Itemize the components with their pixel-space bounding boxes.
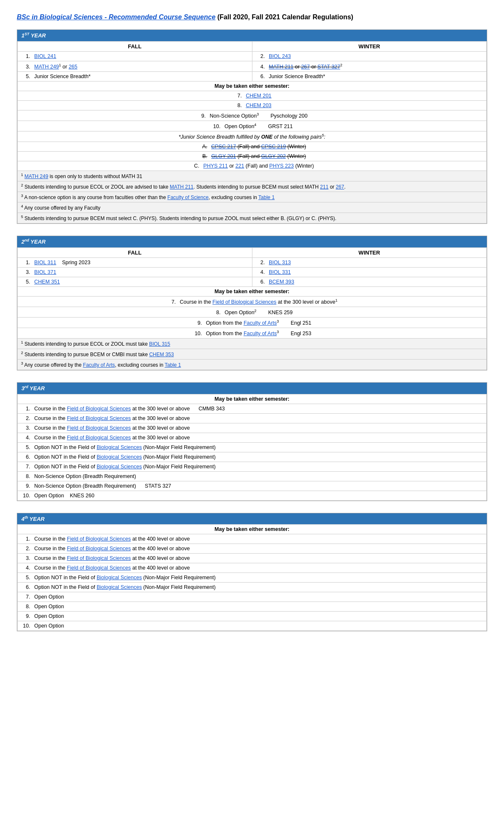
table-row: 7. Option NOT in the Field of Biological… bbox=[18, 462, 487, 471]
year1-fall-header: FALL bbox=[18, 41, 252, 51]
table-row: 7. CHEM 201 bbox=[18, 91, 487, 100]
page-title: BSc in Biological Sciences - Recommended… bbox=[17, 13, 487, 22]
chem201-link[interactable]: CHEM 201 bbox=[246, 93, 271, 99]
fbs-y3-3-link[interactable]: Field of Biological Sciences bbox=[67, 425, 131, 431]
footnote-1: 1 MATH 249 is open only to students with… bbox=[18, 171, 487, 181]
phys223-link[interactable]: PHYS 223 bbox=[269, 163, 294, 169]
either-semester-row: May be taken either semester: bbox=[18, 524, 487, 534]
either-semester-row: May be taken either semester: bbox=[18, 286, 487, 296]
table-row: 4. Course in the Field of Biological Sci… bbox=[18, 563, 487, 573]
year4-header: 4th YEAR bbox=[17, 513, 487, 524]
table-row: 8. Open Option2 KNES 259 bbox=[18, 307, 487, 317]
table-row: 6. Option NOT in the Field of Biological… bbox=[18, 582, 487, 592]
math267-link[interactable]: 267 bbox=[301, 64, 310, 70]
year4-block: 4th YEAR May be taken either semester: 1… bbox=[17, 513, 487, 631]
table-row: 4. Course in the Field of Biological Sci… bbox=[18, 433, 487, 442]
fbs-y3-5-link[interactable]: Biological Sciences bbox=[97, 444, 142, 450]
year1-winter-header: WINTER bbox=[252, 41, 487, 51]
table-row: 10. Open Option4 GRST 211 bbox=[18, 121, 487, 131]
fbs-y4-6-link[interactable]: Biological Sciences bbox=[97, 584, 142, 590]
either-semester-row: May be taken either semester: bbox=[18, 81, 487, 91]
table-row: 5. Junior Science Breadth* 6. Junior Sci… bbox=[18, 71, 487, 81]
table1-link[interactable]: Table 1 bbox=[258, 194, 275, 200]
year2-fall-header: FALL bbox=[18, 247, 252, 257]
year1-header: 1ST YEAR bbox=[17, 30, 487, 41]
math249-fn-link[interactable]: MATH 249 bbox=[24, 173, 48, 179]
phys211-link[interactable]: PHYS 211 bbox=[203, 163, 228, 169]
table-row: 9. Option from the Faculty of Arts3 Engl… bbox=[18, 317, 487, 328]
faculty-arts-fn-link[interactable]: Faculty of Arts bbox=[83, 362, 115, 368]
chem353-link[interactable]: CHEM 353 bbox=[149, 352, 174, 357]
table-row: 9. Non-Science Option (Breadth Requireme… bbox=[18, 481, 487, 491]
math211b-fn-link[interactable]: 211 bbox=[320, 184, 328, 190]
cpsc219-link[interactable]: CPSC 219 bbox=[261, 144, 286, 150]
phys221-link[interactable]: 221 bbox=[236, 163, 244, 169]
faculty-science-link[interactable]: Faculty of Science bbox=[168, 194, 209, 200]
title-link[interactable]: BSc in Biological Sciences - Recommended… bbox=[17, 13, 215, 21]
table-row: 3. Course in the Field of Biological Sci… bbox=[18, 423, 487, 433]
table-row: 8. CHEM 203 bbox=[18, 100, 487, 110]
table-row: 5. Option NOT in the Field of Biological… bbox=[18, 442, 487, 452]
bcem393-link[interactable]: BCEM 393 bbox=[269, 279, 294, 285]
fbs-y3-1-link[interactable]: Field of Biological Sciences bbox=[67, 406, 131, 412]
year2-header: 2nd YEAR bbox=[17, 236, 487, 247]
footnote-4: 4 Any course offered by any Faculty bbox=[18, 202, 487, 213]
table-row: 7. Course in the Field of Biological Sci… bbox=[18, 296, 487, 307]
fbs-y4-4-link[interactable]: Field of Biological Sciences bbox=[67, 565, 131, 571]
fbs-y3-7-link[interactable]: Biological Sciences bbox=[97, 464, 142, 470]
breadth-pair-b: B. GLGY 201 (Fall) and GLGY 202 (Winter) bbox=[18, 152, 487, 161]
table-row: 9. Non-Science Option3 Pyschology 200 bbox=[18, 110, 487, 121]
biol311-link[interactable]: BIOL 311 bbox=[34, 260, 56, 265]
fbs-y3-6-link[interactable]: Biological Sciences bbox=[97, 454, 142, 460]
fbs-y4-2-link[interactable]: Field of Biological Sciences bbox=[67, 546, 131, 552]
fbs-y4-3-link[interactable]: Field of Biological Sciences bbox=[67, 555, 131, 561]
biol241-link[interactable]: BIOL 241 bbox=[34, 53, 56, 59]
cpsc217-link[interactable]: CPSC 217 bbox=[211, 144, 236, 150]
table-row: 5. Option NOT in the Field of Biological… bbox=[18, 573, 487, 582]
table-row: 3. Course in the Field of Biological Sci… bbox=[18, 553, 487, 563]
table-row: 10. Open Option bbox=[18, 621, 487, 630]
biol371-link[interactable]: BIOL 371 bbox=[34, 269, 56, 275]
biol313-link[interactable]: BIOL 313 bbox=[269, 260, 291, 265]
math211-fn-link[interactable]: MATH 211 bbox=[170, 184, 193, 190]
fbs-y4-1-link[interactable]: Field of Biological Sciences bbox=[67, 536, 131, 542]
footnote-3: 3 A non-science option is any course fro… bbox=[18, 192, 487, 202]
year3-block: 3rd YEAR May be taken either semester: 1… bbox=[17, 382, 487, 501]
biol331-link[interactable]: BIOL 331 bbox=[269, 269, 291, 275]
year1-block: 1ST YEAR FALL WINTER 1. BIOL 241 2. BIOL… bbox=[17, 29, 487, 224]
either-semester-row: May be taken either semester: bbox=[18, 394, 487, 404]
faculty-arts-10-link[interactable]: Faculty of Arts bbox=[244, 331, 277, 336]
table-row: 1. Course in the Field of Biological Sci… bbox=[18, 534, 487, 544]
fbs-y4-5-link[interactable]: Biological Sciences bbox=[97, 575, 142, 580]
footnote-2: 2 Students intending to pursue ECOL or Z… bbox=[18, 181, 487, 192]
year2-block: 2nd YEAR FALL WINTER 1. BIOL 311 Spring … bbox=[17, 236, 487, 370]
math249-link[interactable]: MATH 249 bbox=[34, 64, 59, 70]
math265-link[interactable]: 265 bbox=[68, 64, 77, 70]
table-row: 2. Course in the Field of Biological Sci… bbox=[18, 413, 487, 423]
breadth-pair-c: C. PHYS 211 or 221 (Fall) and PHYS 223 (… bbox=[18, 161, 487, 171]
table-row: 2. Course in the Field of Biological Sci… bbox=[18, 544, 487, 553]
table-row: 6. Option NOT in the Field of Biological… bbox=[18, 452, 487, 462]
field-bio-sci-7-link[interactable]: Field of Biological Sciences bbox=[213, 299, 276, 305]
glgy202-link[interactable]: GLGY 202 bbox=[261, 153, 286, 159]
table-row: 7. Open Option bbox=[18, 592, 487, 601]
faculty-arts-9-link[interactable]: Faculty of Arts bbox=[244, 320, 277, 326]
year2-footnote-2: 2 Students intending to pursue BCEM or C… bbox=[18, 349, 487, 360]
table-row: 10. Open Option KNES 260 bbox=[18, 491, 487, 500]
table-row: 3. BIOL 371 4. BIOL 331 bbox=[18, 267, 487, 277]
math267-fn-link[interactable]: 267 bbox=[336, 184, 344, 190]
table-row: 1. Course in the Field of Biological Sci… bbox=[18, 404, 487, 413]
table-row: 10. Option from the Faculty of Arts3 Eng… bbox=[18, 328, 487, 339]
chem203-link[interactable]: CHEM 203 bbox=[246, 102, 271, 108]
math211-link[interactable]: MATH 211 bbox=[269, 64, 294, 70]
biol243-link[interactable]: BIOL 243 bbox=[269, 53, 291, 59]
chem351-link[interactable]: CHEM 351 bbox=[34, 279, 60, 285]
breadth-pair-a: A. CPSC 217 (Fall) and CPSC 219 (Winter) bbox=[18, 142, 487, 152]
breadth-note-row: *Junior Science Breadth fulfilled by ONE… bbox=[18, 131, 487, 142]
glgy201-link[interactable]: GLGY 201 bbox=[211, 153, 236, 159]
fbs-y3-4-link[interactable]: Field of Biological Sciences bbox=[67, 435, 131, 441]
stat327-link[interactable]: STAT 327 bbox=[318, 64, 340, 70]
fbs-y3-2-link[interactable]: Field of Biological Sciences bbox=[67, 415, 131, 421]
biol315-link[interactable]: BIOL 315 bbox=[149, 341, 170, 347]
table1b-link[interactable]: Table 1 bbox=[165, 362, 181, 368]
